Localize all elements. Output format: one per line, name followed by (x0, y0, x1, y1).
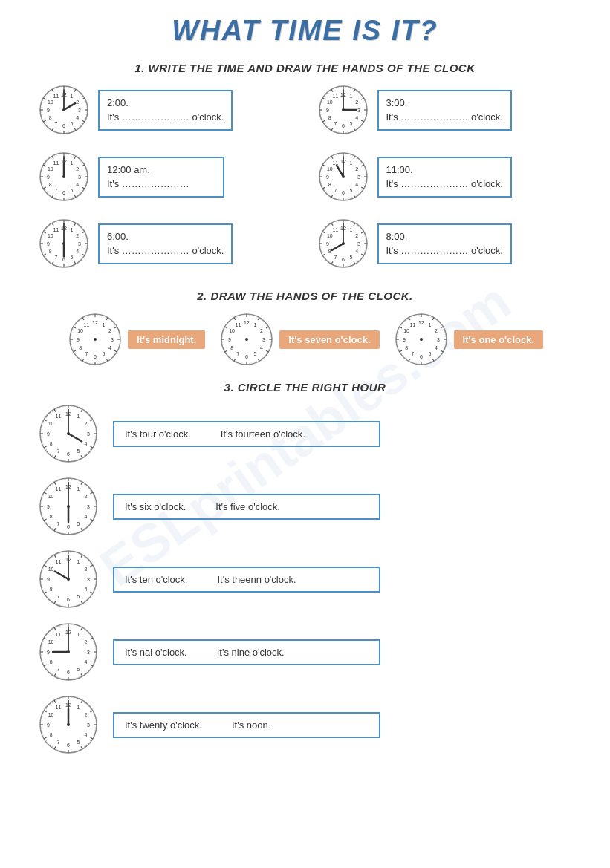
svg-text:11: 11 (332, 227, 338, 232)
svg-text:10: 10 (326, 233, 332, 238)
clock-face: 121234567891011 (67, 311, 123, 368)
svg-text:11: 11 (409, 322, 415, 327)
svg-text:10: 10 (48, 166, 53, 172)
svg-text:6: 6 (67, 597, 70, 602)
svg-point-677 (420, 338, 423, 341)
svg-point-379 (62, 242, 65, 245)
svg-text:1: 1 (77, 632, 80, 637)
svg-text:8: 8 (50, 659, 53, 665)
options-box: It's four o'clock. It's fourteen o'clock… (113, 421, 380, 447)
svg-text:2: 2 (260, 328, 263, 333)
svg-text:11: 11 (56, 414, 62, 419)
svg-point-981 (67, 650, 70, 653)
svg-text:3: 3 (111, 337, 114, 342)
svg-text:11: 11 (56, 486, 62, 492)
svg-text:1: 1 (71, 94, 74, 99)
clock-container: 121234567891011 (37, 217, 91, 270)
svg-point-753 (67, 432, 70, 435)
option2: It's fourteen o'clock. (221, 428, 305, 440)
svg-text:8: 8 (50, 441, 53, 446)
svg-text:7: 7 (85, 351, 88, 356)
clock-face: 121234567891011 (37, 150, 91, 203)
time-label: 2:00. (107, 96, 224, 111)
svg-text:9: 9 (47, 722, 50, 728)
svg-text:8: 8 (50, 587, 53, 592)
section1-item: 121234567891011 11:00. It's ………………… o'cl… (317, 150, 574, 203)
clock-container: 121234567891011 (37, 150, 91, 203)
section3-row: 121234567891011 It's ten o'clock. It's t… (30, 548, 580, 610)
svg-text:6: 6 (67, 670, 70, 675)
svg-text:2: 2 (108, 328, 111, 333)
svg-point-455 (342, 242, 345, 245)
svg-text:4: 4 (76, 249, 79, 254)
svg-text:5: 5 (77, 740, 80, 745)
svg-text:10: 10 (48, 639, 54, 645)
section2-heading: 2. DRAW THE HANDS OF THE CLOCK. (30, 290, 580, 302)
svg-text:7: 7 (334, 121, 337, 126)
svg-text:3: 3 (87, 650, 90, 655)
clock-face: 121234567891011 (37, 475, 100, 538)
section1-item: 121234567891011 2:00. It's ………………… o'clo… (37, 83, 294, 137)
svg-text:5: 5 (71, 255, 74, 260)
svg-text:10: 10 (48, 567, 54, 572)
answer-box: 6:00. It's ………………… o'clock. (98, 223, 233, 264)
svg-text:7: 7 (411, 351, 414, 356)
svg-text:12: 12 (418, 320, 424, 325)
clock-container: 121234567891011 (218, 311, 275, 368)
svg-text:10: 10 (48, 421, 54, 426)
svg-text:4: 4 (260, 345, 263, 350)
clock-face: 121234567891011 (317, 83, 370, 137)
clock-face: 121234567891011 (37, 548, 100, 610)
section2-item: 121234567891011 It's midnight. (67, 311, 205, 368)
svg-text:5: 5 (349, 188, 352, 193)
svg-text:1: 1 (103, 322, 106, 327)
clock-container: 121234567891011 (37, 402, 100, 465)
svg-text:9: 9 (326, 241, 329, 247)
option1: It's six o'clock. (125, 501, 186, 512)
section3-heading: 3. CIRCLE THE RIGHT HOUR (30, 381, 580, 394)
svg-text:6: 6 (62, 190, 65, 195)
svg-text:2: 2 (355, 99, 358, 105)
svg-point-1057 (67, 723, 70, 726)
answer-box: 12:00 am. It's ………………… (98, 157, 224, 198)
svg-text:8: 8 (50, 732, 53, 737)
svg-text:3: 3 (357, 241, 360, 247)
svg-text:3: 3 (87, 722, 90, 728)
svg-text:3: 3 (78, 174, 81, 180)
options-box: It's six o'clock. It's five o'clock. (113, 494, 380, 520)
svg-text:1: 1 (349, 160, 352, 166)
clock-face: 121234567891011 (317, 150, 370, 203)
svg-point-303 (342, 175, 345, 178)
svg-point-75 (62, 108, 65, 111)
svg-text:6: 6 (62, 123, 65, 128)
svg-text:3: 3 (262, 337, 265, 342)
section1-heading: 1. WRITE THE TIME AND DRAW THE HANDS OF … (30, 62, 580, 74)
answer-box: 11:00. It's ………………… o'clock. (377, 157, 512, 198)
svg-text:12: 12 (244, 320, 250, 325)
section3-row: 121234567891011 It's twenty o'clock. It'… (30, 694, 580, 756)
option1: It's twenty o'clock. (125, 719, 202, 731)
clock-container: 121234567891011 (37, 83, 91, 137)
clock-container: 121234567891011 (67, 311, 123, 368)
svg-text:8: 8 (328, 249, 331, 254)
svg-text:11: 11 (56, 559, 62, 564)
svg-text:6: 6 (420, 354, 423, 359)
section1-item: 121234567891011 8:00. It's ………………… o'clo… (317, 217, 574, 270)
svg-text:3: 3 (357, 174, 360, 180)
svg-text:11: 11 (236, 322, 241, 327)
svg-text:9: 9 (47, 174, 50, 180)
svg-text:2: 2 (355, 166, 358, 172)
svg-point-829 (67, 505, 70, 508)
option1: It's nai o'clock. (125, 647, 187, 658)
svg-text:8: 8 (405, 345, 408, 350)
svg-text:9: 9 (77, 337, 80, 342)
option2: It's nine o'clock. (217, 647, 285, 658)
svg-text:7: 7 (57, 667, 60, 672)
svg-text:4: 4 (84, 441, 87, 446)
svg-point-151 (342, 108, 345, 111)
section2-row: 121234567891011 It's midnight. 121234567… (30, 311, 580, 368)
clock-container: 121234567891011 (393, 311, 450, 368)
svg-text:5: 5 (71, 121, 74, 126)
section3-list: 121234567891011 It's four o'clock. It's … (30, 402, 580, 756)
svg-text:1: 1 (349, 227, 352, 232)
